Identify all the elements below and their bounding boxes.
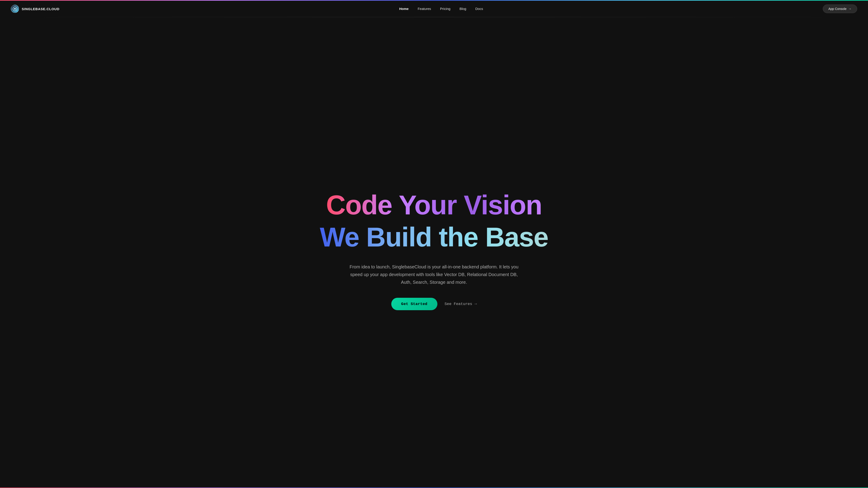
get-started-button[interactable]: Get Started [391,298,437,310]
hero-cta: Get Started See Features → [391,298,477,310]
logo-icon [11,5,19,13]
nav-item-home[interactable]: Home [399,7,409,11]
nav-item-blog[interactable]: Blog [460,7,466,11]
nav-item-features[interactable]: Features [418,7,431,11]
logo-link[interactable]: SINGLEBASE.CLOUD [11,5,59,13]
nav-link-home[interactable]: Home [399,7,409,11]
app-console-button[interactable]: App Console → [823,4,857,13]
navigation: SINGLEBASE.CLOUD Home Features Pricing B… [0,1,868,17]
app-console-label: App Console [829,7,846,11]
hero-description: From idea to launch, SinglebaseCloud is … [348,263,520,286]
nav-link-features[interactable]: Features [418,7,431,11]
hero-section: Code Your Vision We Build the Base From … [0,17,868,488]
nav-link-docs[interactable]: Docs [475,7,483,11]
nav-item-docs[interactable]: Docs [475,7,483,11]
app-console-arrow: → [848,7,851,11]
hero-headline-1: Code Your Vision [326,191,542,219]
hero-headline-2: We Build the Base [320,223,548,251]
brand-name: SINGLEBASE.CLOUD [22,7,59,11]
see-features-link[interactable]: See Features → [445,302,477,306]
nav-item-pricing[interactable]: Pricing [440,7,451,11]
nav-link-blog[interactable]: Blog [460,7,466,11]
nav-links: Home Features Pricing Blog Docs [399,7,483,11]
svg-point-1 [14,8,16,9]
nav-link-pricing[interactable]: Pricing [440,7,451,11]
